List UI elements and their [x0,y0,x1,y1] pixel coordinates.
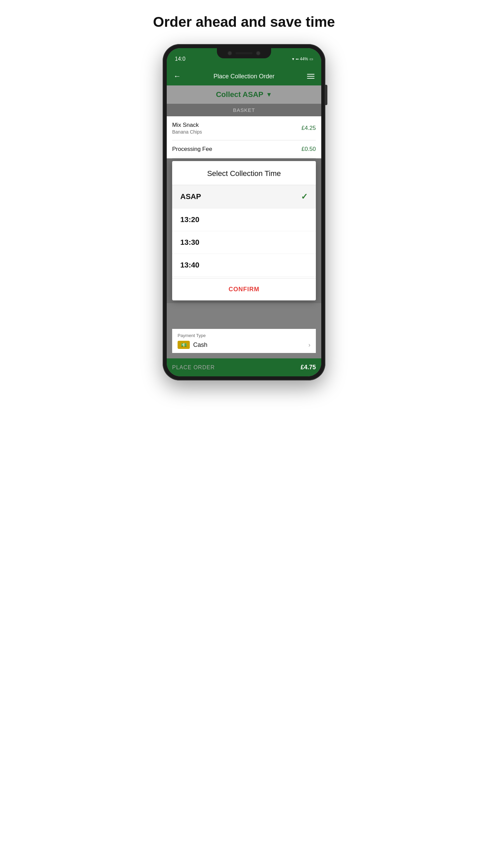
place-order-bar[interactable]: PLACE ORDER £4.75 [167,358,321,376]
collection-time-modal: Select Collection Time ASAP ✓ 13:20 13:3… [172,161,316,300]
payment-left: 💵 Cash [178,341,207,349]
payment-label: Payment Type [178,333,310,338]
check-icon-asap: ✓ [301,192,308,201]
menu-line-3 [307,78,314,79]
status-bar: 14:0 ▾ ▪▪ 44% ▭ [167,48,321,67]
app-header: ← Place Collection Order [167,67,321,85]
item-name-1: Mix Snack [172,122,202,129]
order-item-1: Mix Snack Banana Chips £4.25 [172,116,316,140]
payment-section: Payment Type 💵 Cash › [172,329,316,353]
wifi-icon: ▾ [292,57,294,61]
signal-icon: ▪▪ [296,57,299,61]
time-option-1340[interactable]: 13:40 [172,254,316,277]
side-button [325,85,327,105]
item-price-1: £4.25 [301,125,316,132]
item-left-1: Mix Snack Banana Chips [172,122,202,135]
time-option-1330[interactable]: 13:30 [172,231,316,254]
speaker [236,52,252,54]
modal-title: Select Collection Time [172,161,316,185]
modal-overlay: Select Collection Time ASAP ✓ 13:20 13:3… [167,158,321,303]
menu-line-1 [307,74,314,75]
place-order-total: £4.75 [301,364,316,371]
collect-asap-text: Collect ASAP [216,90,263,99]
chevron-right-icon: › [308,341,310,349]
back-button[interactable]: ← [174,72,181,81]
time-label-1340: 13:40 [180,261,199,270]
item-name-2: Processing Fee [172,146,212,153]
cash-icon: 💵 [178,341,190,349]
bottom-section: Payment Type 💵 Cash › [167,303,321,358]
cash-symbol: 💵 [181,342,187,348]
item-left-2: Processing Fee [172,146,212,153]
page-headline: Order ahead and save time [153,14,335,31]
order-item-2: Processing Fee £0.50 [172,140,316,158]
menu-line-2 [307,76,314,77]
collect-asap-bar[interactable]: Collect ASAP ▼ [167,85,321,104]
time-label-1330: 13:30 [180,238,199,247]
time-label-1320: 13:20 [180,215,199,224]
menu-button[interactable] [307,74,314,79]
confirm-label: CONFIRM [229,286,260,293]
payment-row[interactable]: 💵 Cash › [178,341,310,349]
item-price-2: £0.50 [301,146,316,153]
battery-text: 44% [300,57,308,61]
basket-header: BASKET [167,104,321,116]
payment-method: Cash [193,341,207,349]
time-option-1320[interactable]: 13:20 [172,209,316,231]
collect-chevron-icon: ▼ [266,91,272,98]
phone-screen: 14:0 ▾ ▪▪ 44% ▭ ← Place Collection Order… [167,48,321,376]
confirm-button[interactable]: CONFIRM [172,278,316,300]
place-order-label: PLACE ORDER [172,364,215,371]
header-title: Place Collection Order [214,73,274,80]
item-sub-1: Banana Chips [172,129,202,135]
phone-frame: 14:0 ▾ ▪▪ 44% ▭ ← Place Collection Order… [163,44,325,380]
camera-front [256,51,261,56]
battery-icon: ▭ [309,57,313,61]
status-time: 14:0 [175,56,185,62]
time-label-asap: ASAP [180,192,201,201]
order-items: Mix Snack Banana Chips £4.25 Processing … [167,116,321,158]
status-icons: ▾ ▪▪ 44% ▭ [292,57,313,61]
time-option-asap[interactable]: ASAP ✓ [172,185,316,209]
camera [227,51,232,56]
notch [217,48,271,58]
